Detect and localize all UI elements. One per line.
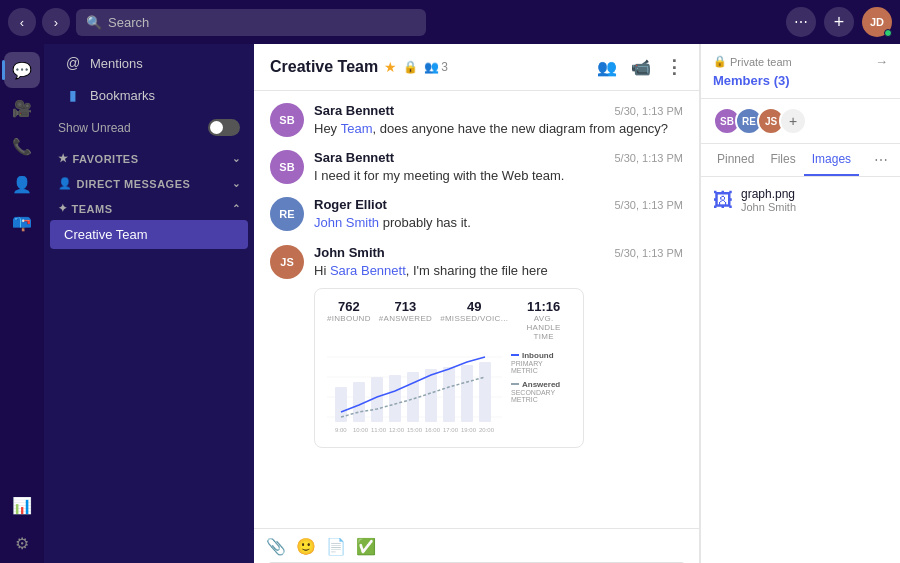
nav-phone-icon[interactable]: 📞 (4, 128, 40, 164)
file-name: graph.png (741, 187, 796, 201)
svg-text:19:00: 19:00 (461, 427, 477, 433)
teams-grid-icon: ✦ (58, 202, 68, 215)
message-time: 5/30, 1:13 PM (615, 105, 684, 117)
nav-forward-button[interactable]: › (42, 8, 70, 36)
add-member-icon[interactable]: 👥 (597, 58, 617, 77)
search-placeholder: Search (108, 15, 149, 30)
tab-pinned[interactable]: Pinned (709, 144, 762, 176)
stat-handle-time: 11:16 AVG. HANDLE TIME (516, 299, 571, 341)
message-time: 5/30, 1:13 PM (615, 152, 684, 164)
nav-extensions-icon[interactable]: ⚙ (4, 525, 40, 561)
message-group: JS John Smith 5/30, 1:13 PM Hi Sara Benn… (270, 245, 683, 448)
unread-toggle-switch[interactable] (208, 119, 240, 136)
close-panel-button[interactable]: → (875, 54, 888, 69)
chat-title: Creative Team (270, 58, 378, 76)
members-count-label: Members (3) (713, 73, 888, 88)
svg-rect-11 (461, 365, 473, 422)
panel-more-button[interactable]: ⋯ (870, 144, 892, 176)
message-text: John Smith probably has it. (314, 214, 683, 232)
svg-text:17:00: 17:00 (443, 427, 459, 433)
more-options-icon[interactable]: ⋮ (665, 56, 683, 78)
message-input-area: 📎 🙂 📄 ✅ (254, 528, 699, 563)
dm-chevron-icon: ⌄ (232, 178, 241, 189)
file-item[interactable]: 🖼 graph.png John Smith (713, 187, 888, 213)
apps-button[interactable]: ⋯ (786, 7, 816, 37)
svg-rect-10 (443, 367, 455, 422)
message-text: I need it for my meeting with the Web te… (314, 167, 683, 185)
direct-messages-section-header[interactable]: 👤 DIRECT MESSAGES ⌄ (44, 169, 254, 194)
format-icon[interactable]: 📄 (326, 537, 346, 556)
chat-area: Creative Team ★ 🔒 👥 3 👥 📹 ⋮ SB Sara Benn… (254, 44, 700, 563)
icon-nav: 💬 🎥 📞 👤 📪 📊 ⚙ ⛭ (0, 44, 44, 563)
tab-files[interactable]: Files (762, 144, 803, 176)
title-star-icon: ★ (384, 59, 397, 75)
svg-rect-5 (353, 382, 365, 422)
search-icon: 🔍 (86, 15, 102, 30)
message-author: John Smith (314, 245, 385, 260)
message-time: 5/30, 1:13 PM (615, 247, 684, 259)
message-author: Sara Bennett (314, 150, 394, 165)
file-owner: John Smith (741, 201, 796, 213)
user-avatar-top[interactable]: JD (862, 7, 892, 37)
panel-tabs: Pinned Files Images ⋯ (701, 144, 900, 177)
svg-text:15:00: 15:00 (407, 427, 423, 433)
add-member-button[interactable]: + (779, 107, 807, 135)
file-icon: 🖼 (713, 189, 733, 212)
attach-icon[interactable]: 📎 (266, 537, 286, 556)
message-group: RE Roger Elliot 5/30, 1:13 PM John Smith… (270, 197, 683, 232)
online-indicator (884, 29, 892, 37)
title-lock-icon: 🔒 (403, 60, 418, 74)
tab-images[interactable]: Images (804, 144, 859, 176)
avatar: RE (270, 197, 304, 231)
private-label: 🔒 Private team (713, 55, 792, 68)
message-group: SB Sara Bennett 5/30, 1:13 PM I need it … (270, 150, 683, 185)
bookmarks-item[interactable]: ▮ Bookmarks (50, 80, 248, 110)
search-bar[interactable]: 🔍 Search (76, 9, 426, 36)
teams-chevron-icon: ⌃ (232, 203, 241, 214)
show-unread-toggle[interactable]: Show Unread (44, 111, 254, 144)
message-author: Roger Elliot (314, 197, 387, 212)
message-time: 5/30, 1:13 PM (615, 199, 684, 211)
svg-text:10:00: 10:00 (353, 427, 369, 433)
nav-analytics-icon[interactable]: 📊 (4, 487, 40, 523)
nav-back-button[interactable]: ‹ (8, 8, 36, 36)
avatar: SB (270, 103, 304, 137)
emoji-icon[interactable]: 🙂 (296, 537, 316, 556)
messages-area: SB Sara Bennett 5/30, 1:13 PM Hey Team, … (254, 91, 699, 528)
checklist-icon[interactable]: ✅ (356, 537, 376, 556)
video-call-icon[interactable]: 📹 (631, 58, 651, 77)
nav-video-icon[interactable]: 🎥 (4, 90, 40, 126)
stat-inbound: 762 #INBOUND (327, 299, 371, 341)
nav-contacts-icon[interactable]: 👤 (4, 166, 40, 202)
svg-text:20:00: 20:00 (479, 427, 495, 433)
avatar: JS (270, 245, 304, 279)
favorites-star-icon: ★ (58, 152, 69, 165)
svg-text:9:00: 9:00 (335, 427, 347, 433)
nav-inbox-icon[interactable]: 📪 (4, 204, 40, 240)
message-text: Hey Team, does anyone have the new diagr… (314, 120, 683, 138)
mentions-icon: @ (64, 55, 82, 71)
message-author: Sara Bennett (314, 103, 394, 118)
mentions-item[interactable]: @ Mentions (50, 48, 248, 78)
svg-rect-8 (407, 372, 419, 422)
legend-answered: Answered SECONDARY METRIC (511, 380, 560, 403)
stat-answered: 713 #ANSWERED (379, 299, 432, 341)
sidebar: @ Mentions ▮ Bookmarks Show Unread ★ FAV… (44, 44, 254, 563)
favorites-chevron-icon: ⌄ (232, 153, 241, 164)
bookmark-icon: ▮ (64, 87, 82, 103)
person-icon: 👤 (58, 177, 73, 190)
avatar: SB (270, 150, 304, 184)
creative-team-item[interactable]: Creative Team (50, 220, 248, 249)
panel-content: 🖼 graph.png John Smith (701, 177, 900, 223)
nav-chat-icon[interactable]: 💬 (4, 52, 40, 88)
teams-section-header[interactable]: ✦ TEAMS ⌃ (44, 194, 254, 219)
svg-text:12:00: 12:00 (389, 427, 405, 433)
svg-rect-12 (479, 362, 491, 422)
legend-inbound: Inbound PRIMARY METRIC (511, 351, 560, 374)
favorites-section-header[interactable]: ★ FAVORITES ⌄ (44, 144, 254, 169)
stat-missed: 49 #MISSED/VOIC... (440, 299, 508, 341)
chat-header: Creative Team ★ 🔒 👥 3 👥 📹 ⋮ (254, 44, 699, 91)
lock-icon: 🔒 (713, 55, 727, 68)
title-members-icon: 👥 3 (424, 60, 448, 74)
add-button[interactable]: + (824, 7, 854, 37)
